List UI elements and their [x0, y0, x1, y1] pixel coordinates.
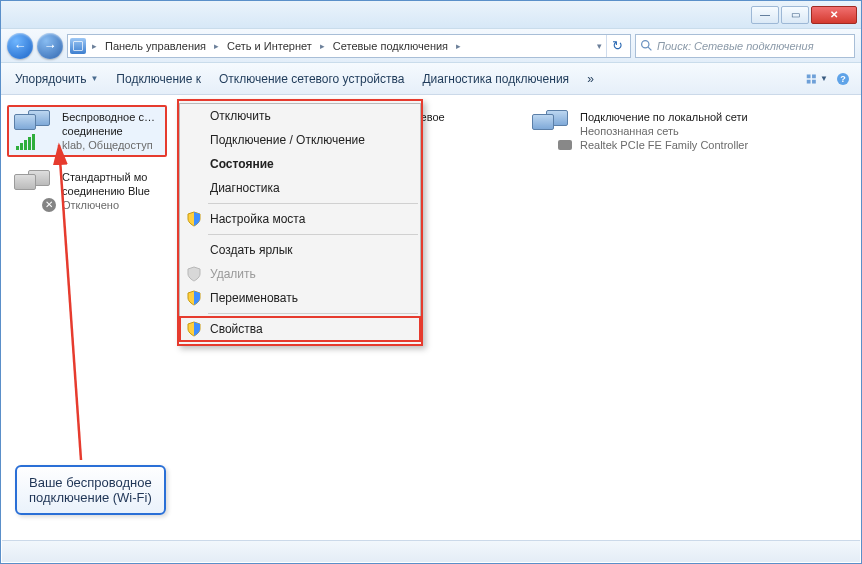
connect-to-button[interactable]: Подключение к [108, 68, 209, 90]
connection-device: Realtek PCIe FE Family Controller [580, 138, 748, 152]
connection-status: klab, Общедоступ [62, 138, 160, 152]
organize-label: Упорядочить [15, 72, 86, 86]
shield-icon [186, 211, 202, 227]
help-button[interactable]: ? [831, 68, 855, 90]
diagnose-button[interactable]: Диагностика подключения [414, 68, 577, 90]
connection-name-2: соединение [62, 124, 160, 138]
ctx-bridge-label: Настройка моста [210, 212, 305, 226]
callout-line-2: подключение (Wi-Fi) [29, 490, 152, 505]
chevron-right-icon: ▸ [90, 41, 99, 51]
chevron-right-icon: ▸ [454, 41, 463, 51]
svg-rect-3 [812, 74, 816, 78]
back-button[interactable]: ← [7, 33, 33, 59]
toolbar-overflow[interactable]: » [579, 68, 602, 90]
breadcrumb-0[interactable]: Панель управления [101, 35, 210, 57]
disabled-x-icon: ✕ [42, 198, 56, 212]
title-bar: — ▭ ✕ [1, 1, 861, 29]
connection-name: Беспроводное сетевое [62, 110, 160, 124]
separator [208, 203, 418, 204]
connection-name: Подключение по локальной сети [580, 110, 748, 124]
breadcrumb-1[interactable]: Сеть и Интернет [223, 35, 316, 57]
status-bar [2, 540, 860, 562]
breadcrumb-2[interactable]: Сетевые подключения [329, 35, 452, 57]
connection-name-2: соединению Blue [62, 184, 150, 198]
chevron-down-icon: ▼ [820, 74, 828, 83]
signal-bars-icon [16, 134, 35, 150]
annotation-callout: Ваше беспроводное подключение (Wi-Fi) [15, 465, 166, 515]
ctx-rename[interactable]: Переименовать [180, 286, 420, 310]
svg-line-1 [648, 47, 651, 50]
connection-item-wifi[interactable]: Беспроводное сетевое соединение klab, Об… [7, 105, 167, 157]
svg-rect-5 [812, 79, 816, 83]
ethernet-plug-icon [558, 140, 572, 150]
ctx-properties-label: Свойства [210, 322, 263, 336]
address-bar[interactable]: ▸ Панель управления ▸ Сеть и Интернет ▸ … [67, 34, 631, 58]
connection-name: Стандартный мо [62, 170, 150, 184]
ctx-bridge[interactable]: Настройка моста [180, 207, 420, 231]
network-adapter-icon [14, 110, 54, 150]
connection-status: Отключено [62, 198, 150, 212]
nav-row: ← → ▸ Панель управления ▸ Сеть и Интерне… [1, 29, 861, 63]
chevron-right-icon: ▸ [318, 41, 327, 51]
ctx-create-shortcut[interactable]: Создать ярлык [180, 238, 420, 262]
ctx-status[interactable]: Состояние [180, 152, 420, 176]
svg-rect-4 [807, 79, 811, 83]
help-icon: ? [836, 72, 850, 86]
ctx-properties[interactable]: Свойства [180, 317, 420, 341]
close-button[interactable]: ✕ [811, 6, 857, 24]
refresh-button[interactable]: ↻ [606, 35, 628, 57]
ctx-rename-label: Переименовать [210, 291, 298, 305]
shield-icon [186, 266, 202, 282]
search-icon [640, 39, 653, 52]
svg-rect-2 [807, 74, 811, 78]
network-adapter-icon: ✕ [14, 170, 54, 210]
connection-status: Неопознанная сеть [580, 124, 748, 138]
shield-icon [186, 290, 202, 306]
separator [208, 313, 418, 314]
explorer-window: — ▭ ✕ ← → ▸ Панель управления ▸ Сеть и И… [0, 0, 862, 564]
context-menu: Отключить Подключение / Отключение Состо… [177, 99, 423, 346]
connection-item-bluetooth[interactable]: ✕ Стандартный мо соединению Blue Отключе… [7, 165, 167, 217]
chevron-down-icon: ▼ [90, 74, 98, 83]
maximize-button[interactable]: ▭ [781, 6, 809, 24]
search-placeholder: Поиск: Сетевые подключения [657, 40, 814, 52]
svg-text:?: ? [840, 74, 846, 84]
ctx-diagnostics[interactable]: Диагностика [180, 176, 420, 200]
organize-menu[interactable]: Упорядочить ▼ [7, 68, 106, 90]
svg-point-0 [642, 41, 649, 48]
ctx-disconnect[interactable]: Отключить [180, 104, 420, 128]
view-icon [806, 72, 818, 86]
forward-button[interactable]: → [37, 33, 63, 59]
location-icon [70, 38, 86, 54]
network-adapter-icon [532, 110, 572, 150]
separator [208, 234, 418, 235]
toolbar: Упорядочить ▼ Подключение к Отключение с… [1, 63, 861, 95]
change-view-button[interactable]: ▼ [805, 68, 829, 90]
disable-device-button[interactable]: Отключение сетевого устройства [211, 68, 412, 90]
minimize-button[interactable]: — [751, 6, 779, 24]
ctx-delete: Удалить [180, 262, 420, 286]
search-input[interactable]: Поиск: Сетевые подключения [635, 34, 855, 58]
ctx-connect-disconnect[interactable]: Подключение / Отключение [180, 128, 420, 152]
history-dropdown[interactable]: ▾ [595, 41, 604, 51]
shield-icon [186, 321, 202, 337]
connection-item-lan[interactable]: Подключение по локальной сети Неопознанн… [525, 105, 805, 157]
chevron-right-icon: ▸ [212, 41, 221, 51]
callout-line-1: Ваше беспроводное [29, 475, 152, 490]
content-pane: Беспроводное сетевое соединение klab, Об… [1, 95, 861, 543]
ctx-delete-label: Удалить [210, 267, 256, 281]
